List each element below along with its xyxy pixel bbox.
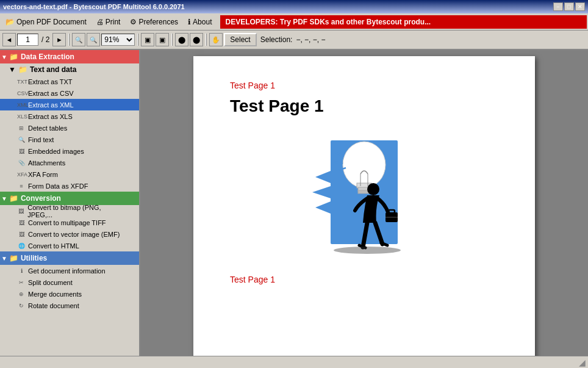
txt-icon: TXT — [17, 79, 26, 85]
sidebar-item-rotate-doc[interactable]: ↻ Rotate document — [0, 300, 139, 311]
svg-point-7 — [367, 183, 379, 195]
convert-html-label: Convert to HTML — [28, 242, 79, 250]
pdf-figure — [230, 128, 498, 269]
print-button[interactable]: 🖨 Print — [92, 16, 125, 28]
detect-tables-label: Detect tables — [28, 124, 67, 132]
minimize-button[interactable]: − — [553, 2, 563, 11]
folder-icon-text: 📁 — [18, 65, 27, 74]
page-number-input[interactable] — [17, 34, 38, 46]
page-total: / 2 — [41, 35, 49, 44]
merge-docs-label: Merge documents — [28, 290, 82, 298]
sidebar-item-convert-tiff[interactable]: 🖼 Convert to multipage TIFF — [0, 217, 139, 228]
info-icon: ℹ — [17, 268, 26, 274]
folder-icon-conv: 📁 — [9, 194, 18, 203]
developer-banner: DEVELOPERS: Try PDF SDKs and other Bytes… — [220, 15, 587, 29]
zoom-out-button[interactable]: 🔍 — [72, 33, 85, 46]
split-doc-label: Split document — [28, 279, 73, 286]
find-icon: 🔍 — [17, 137, 26, 143]
svg-marker-13 — [312, 186, 331, 198]
single-page-button[interactable]: ▣ — [141, 33, 154, 46]
sidebar-item-xfa-form[interactable]: XFA XFA Form — [0, 168, 139, 180]
about-button[interactable]: ℹ About — [184, 16, 216, 28]
get-doc-info-label: Get document information — [28, 267, 106, 275]
extract-txt-label: Extract as TXT — [28, 78, 73, 85]
window-controls: − □ ✕ — [553, 2, 585, 11]
pdf-text-bottom: Test Page 1 — [230, 275, 498, 284]
sidebar-item-merge-docs[interactable]: ⊕ Merge documents — [0, 288, 139, 300]
open-label: Open PDF Document — [16, 18, 87, 26]
zoom-select[interactable]: 91% 75% 100% 125% — [101, 34, 135, 46]
separator-1 — [68, 34, 70, 46]
data-extraction-header[interactable]: ▼ 📁 Data Extraction — [0, 50, 139, 63]
sidebar-item-extract-txt[interactable]: TXT Extract as TXT — [0, 76, 139, 87]
table-icon: ⊞ — [17, 125, 26, 131]
sidebar-item-find-text[interactable]: 🔍 Find text — [0, 134, 139, 145]
separator-2 — [137, 34, 138, 46]
double-page-button[interactable]: ▣ — [156, 33, 169, 46]
select-button[interactable]: Select — [224, 33, 256, 46]
selection-value: −, −, −, − — [296, 35, 325, 44]
xfa-icon: XFA — [17, 171, 26, 178]
rotate-doc-label: Rotate document — [28, 302, 79, 309]
hand-tool-button[interactable]: ✋ — [209, 33, 223, 46]
resize-grip: ◢ — [579, 358, 586, 367]
csv-icon: CSV — [17, 90, 26, 96]
embedded-images-label: Embedded images — [28, 148, 84, 155]
forward-button[interactable]: ► — [52, 33, 66, 46]
sidebar-item-convert-bitmap[interactable]: 🖼 Convert to bitmap (PNG, JPEG,... — [0, 205, 139, 217]
about-label: About — [193, 18, 212, 26]
separator-4 — [206, 34, 207, 46]
pdf-text-top: Test Page 1 — [230, 81, 498, 90]
tiff-icon: 🖼 — [17, 220, 26, 226]
sidebar-item-get-doc-info[interactable]: ℹ Get document information — [0, 265, 139, 276]
image-icon: 🖼 — [17, 148, 26, 154]
selection-label: Selection: — [260, 35, 293, 44]
vector-icon: 🖼 — [17, 231, 26, 237]
text-and-data-section[interactable]: ▼ 📁 Text and data — [0, 63, 139, 76]
sidebar-item-attachments[interactable]: 📎 Attachments — [0, 157, 139, 168]
data-extraction-label: Data Extraction — [21, 52, 74, 61]
sidebar-item-extract-xls[interactable]: XLS Extract as XLS — [0, 110, 139, 122]
zoom-in-button[interactable]: 🔍 — [87, 33, 100, 46]
svg-point-1 — [343, 142, 385, 188]
sidebar-item-split-doc[interactable]: ✂ Split document — [0, 276, 139, 288]
expand-icon-data: ▼ — [1, 54, 7, 60]
sidebar-item-extract-csv[interactable]: CSV Extract as CSV — [0, 87, 139, 99]
open-pdf-button[interactable]: 📂 Open PDF Document — [1, 16, 91, 28]
sidebar-item-form-data[interactable]: ≡ Form Data as XFDF — [0, 180, 139, 192]
toolbar: ◄ / 2 ► 🔍 🔍 91% 75% 100% 125% ▣ ▣ ⬤ ⬤ ✋ … — [0, 31, 588, 50]
sidebar-item-convert-html[interactable]: 🌐 Convert to HTML — [0, 240, 139, 251]
bitmap-icon: 🖼 — [17, 208, 25, 214]
svg-marker-14 — [315, 201, 331, 214]
print-label: Print — [106, 18, 121, 26]
extract-xls-label: Extract as XLS — [28, 113, 73, 120]
next-nav-button[interactable]: ⬤ — [190, 33, 203, 46]
sidebar-item-embedded-images[interactable]: 🖼 Embedded images — [0, 145, 139, 157]
close-button[interactable]: ✕ — [575, 2, 585, 11]
print-icon: 🖨 — [96, 18, 104, 26]
main-content: ▼ 📁 Data Extraction ▼ 📁 Text and data TX… — [0, 50, 588, 356]
convert-tiff-label: Convert to multipage TIFF — [28, 219, 106, 226]
prev-nav-button[interactable]: ⬤ — [175, 33, 188, 46]
expand-icon-util: ▼ — [1, 255, 7, 262]
separator-3 — [171, 34, 173, 46]
svg-marker-12 — [315, 171, 331, 183]
back-button[interactable]: ◄ — [2, 33, 16, 46]
preferences-button[interactable]: ⚙ Preferences — [126, 16, 182, 28]
sidebar-item-extract-xml[interactable]: XML Extract as XML — [0, 99, 139, 110]
folder-icon-util: 📁 — [9, 254, 18, 262]
maximize-button[interactable]: □ — [564, 2, 574, 11]
xfa-form-label: XFA Form — [28, 171, 58, 178]
pdf-viewer[interactable]: Test Page 1 Test Page 1 — [140, 50, 588, 356]
menu-bar: 📂 Open PDF Document 🖨 Print ⚙ Preference… — [0, 13, 588, 31]
merge-icon: ⊕ — [17, 291, 26, 297]
status-bar: ◢ — [0, 356, 588, 368]
sidebar-item-convert-vector[interactable]: 🖼 Convert to vector image (EMF) — [0, 228, 139, 240]
convert-vector-label: Convert to vector image (EMF) — [28, 231, 120, 238]
attachment-icon: 📎 — [17, 160, 26, 166]
sidebar-item-detect-tables[interactable]: ⊞ Detect tables — [0, 122, 139, 134]
pdf-illustration — [297, 128, 431, 269]
text-and-data-label: Text and data — [30, 65, 76, 74]
utilities-header[interactable]: ▼ 📁 Utilities — [0, 251, 139, 265]
sidebar: ▼ 📁 Data Extraction ▼ 📁 Text and data TX… — [0, 50, 140, 356]
